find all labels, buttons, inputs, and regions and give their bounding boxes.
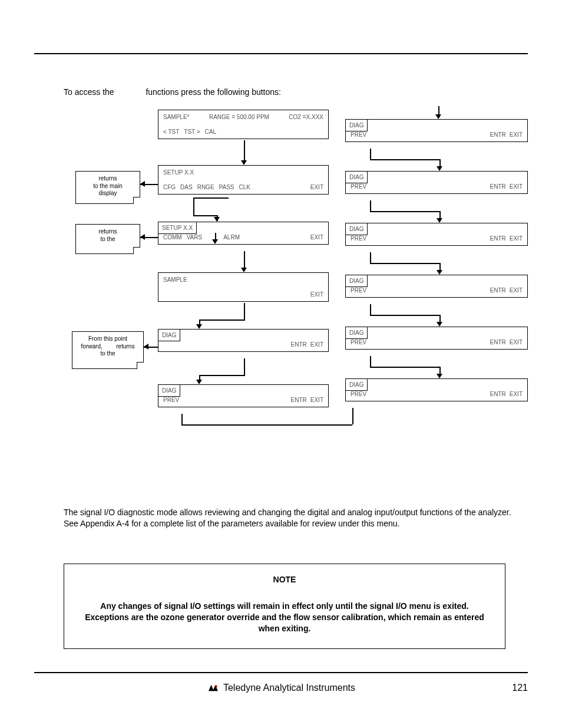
intro-before: To access the [64, 87, 114, 97]
r2-exit: EXIT [510, 183, 523, 190]
s2-b4: PASS [219, 184, 234, 190]
r3-title: DIAG [349, 226, 363, 232]
s1-right: CO2 =X.XXX [289, 114, 323, 120]
screen-setup-2: SETUP X.X COMM VARS ALRM EXIT [158, 222, 329, 245]
screen-sample-2: SAMPLE EXIT [158, 272, 329, 302]
r4-prev: PREV [351, 287, 366, 294]
r5-prev: PREV [351, 339, 366, 345]
arrow-line [370, 159, 441, 160]
r1-entr: ENTR [490, 131, 506, 138]
footer-page: 121 [512, 683, 528, 693]
arrow-left-icon [140, 181, 145, 187]
svg-point-0 [215, 686, 217, 688]
arrow-down-icon [214, 217, 220, 222]
r1-prev: PREV [351, 131, 366, 138]
arrow-line [199, 319, 245, 321]
r6-prev: PREV [351, 391, 366, 397]
arrow-line [199, 375, 245, 376]
r6-exit: EXIT [510, 391, 523, 397]
top-rule [34, 53, 528, 54]
c1-l3: display [78, 190, 137, 197]
arrow-line [181, 424, 352, 426]
s6-prev: PREV [163, 397, 179, 403]
callout-from-this-point: From this point forward, returns to the [72, 331, 144, 369]
s3-exit: EXIT [310, 234, 323, 241]
arrow-line [244, 251, 245, 269]
screen-diag-r1: DIAG PREV ENTR EXIT [345, 119, 528, 142]
flow-diagram: SAMPLE* RANGE = 500.00 PPM CO2 =X.XXX < … [64, 106, 529, 436]
r2-prev: PREV [351, 183, 366, 190]
s3-b3: ALRM [223, 234, 240, 241]
arrow-down-icon [437, 166, 442, 171]
c1-l1: returns [78, 175, 137, 183]
s4-title: SAMPLE [163, 276, 187, 283]
arrow-line [244, 140, 245, 162]
arrow-line [193, 197, 194, 215]
arrow-down-icon [435, 114, 441, 119]
arrow-line [193, 215, 218, 216]
r2-title: DIAG [349, 174, 363, 180]
arrow-down-icon [241, 160, 247, 165]
arrow-down-icon [196, 380, 202, 384]
r3-entr: ENTR [490, 235, 506, 242]
arrow-line [370, 367, 441, 368]
r4-exit: EXIT [510, 287, 523, 294]
r6-entr: ENTR [490, 391, 506, 397]
r1-title: DIAG [349, 122, 363, 129]
screen-diag-r4: DIAG PREV ENTR EXIT [345, 275, 528, 298]
s4-exit: EXIT [310, 291, 323, 298]
s6-exit: EXIT [310, 397, 323, 403]
s1-title: SAMPLE* [163, 114, 189, 120]
c1-l2: to the main [78, 183, 137, 190]
callout-returns: returns to the [75, 224, 140, 254]
callout-returns-main: returns to the main display [75, 171, 140, 204]
screen-diag-r2: DIAG PREV ENTR EXIT [345, 171, 528, 194]
arrow-line [370, 315, 441, 316]
arrow-left-icon [140, 234, 145, 240]
c3-l2b: returns [116, 343, 134, 350]
footer: Teledyne Analytical Instruments 121 [34, 683, 528, 693]
note-body: Any changes of signal I/O settings will … [81, 601, 488, 634]
screen-sample: SAMPLE* RANGE = 500.00 PPM CO2 =X.XXX < … [158, 110, 329, 139]
s1-mid: RANGE = 500.00 PPM [209, 114, 269, 120]
intro-after: functions press the following buttons: [146, 87, 281, 97]
note-title: NOTE [81, 575, 488, 584]
s6-title: DIAG [162, 387, 176, 394]
screen-setup-1: SETUP X.X CFG DAS RNGE PASS CLK EXIT [158, 165, 329, 195]
arrow-line [181, 414, 183, 426]
r5-entr: ENTR [490, 339, 506, 345]
intro-text: To access the functions press the follow… [64, 87, 281, 97]
s2-exit: EXIT [310, 184, 323, 190]
s3-b2: VARS [187, 234, 203, 241]
s1-b2: TST > [184, 129, 200, 135]
s5-title: DIAG [162, 332, 176, 338]
arrow-down-icon [196, 324, 202, 329]
signal-io-paragraph: The signal I/O diagnostic mode allows re… [64, 507, 527, 529]
r2-entr: ENTR [490, 183, 506, 190]
r6-title: DIAG [349, 381, 363, 388]
screen-diag-r3: DIAG PREV ENTR EXIT [345, 223, 528, 246]
screen-diag-r6: DIAG PREV ENTR EXIT [345, 378, 528, 401]
arrow-line [244, 303, 245, 321]
s2-b5: CLK [239, 184, 250, 190]
c3-l2: forward, [81, 343, 103, 350]
s3-title: SETUP X.X [162, 225, 193, 231]
s2-b3: RNGE [197, 184, 214, 190]
r4-entr: ENTR [490, 287, 506, 294]
c3-l3: to the [75, 350, 141, 358]
r5-exit: EXIT [510, 339, 523, 345]
c2-l2: to the [78, 236, 137, 243]
arrow-line [370, 200, 371, 211]
arrow-down-icon [212, 239, 218, 244]
s2-b2: DAS [180, 184, 193, 190]
r1-exit: EXIT [510, 131, 523, 138]
s1-b3: CAL [205, 129, 216, 135]
arrow-left-icon [144, 344, 148, 350]
arrow-down-icon [437, 270, 442, 275]
r5-title: DIAG [349, 330, 363, 336]
arrow-line [193, 197, 229, 199]
s5-exit: EXIT [310, 341, 323, 348]
brand-logo-icon [207, 683, 220, 693]
arrow-line [352, 408, 353, 424]
s6-entr: ENTR [291, 397, 307, 403]
